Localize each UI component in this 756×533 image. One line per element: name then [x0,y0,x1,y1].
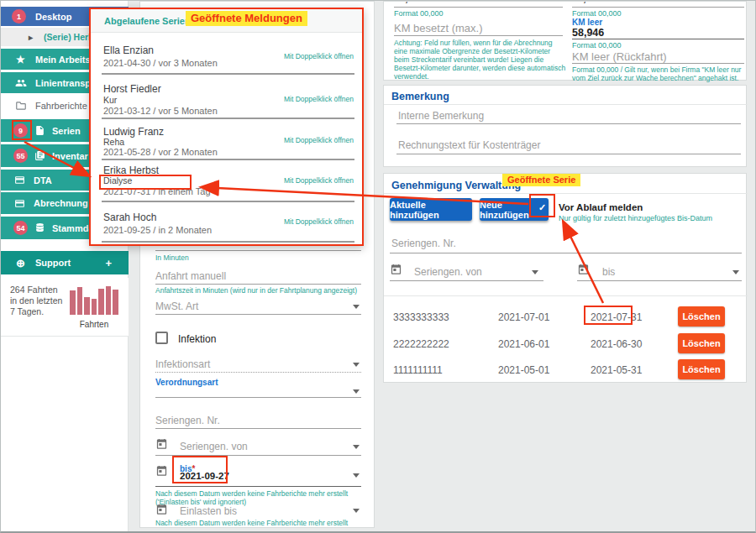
inventar-badge: 55 [13,149,28,163]
chevron-down-icon[interactable] [353,445,360,449]
open-link[interactable]: Mit Doppelklick öffnen [284,176,354,185]
infektion-label: Infektion [178,333,216,345]
chevron-down-icon[interactable] [353,473,360,478]
infektionsart-select[interactable]: Infektionsart [155,358,210,370]
gen-von-select[interactable]: Seriengen. von [414,266,482,278]
km-clipped-value[interactable]: 00,000 [572,2,740,6]
bis-cell: 2021-07-31 [591,311,642,323]
sidebar-item-label: DTA [34,175,52,186]
aktuelle-hinzufuegen-button[interactable]: Aktuelle hinzufügen [390,198,472,221]
app-window: 1 Desktop ▸ (Serie) Herbst Er ★ Mein Arb… [0,0,756,533]
trips-stats-widget: 264 Fahrten in den letzten 7 Tagen. Fahr… [1,278,129,337]
serien-nr-cell: 1111111111 [393,364,443,376]
payment-card-icon [13,197,26,210]
bar [98,289,104,315]
annotation-geoeffnete-serie: Geöffnete Serie [502,174,580,186]
von-cell: 2021-05-01 [498,364,549,376]
bis-cell: 2021-06-30 [591,338,642,350]
von-cell: 2021-06-01 [498,338,549,350]
format-hint: Format 00,000 [572,41,622,50]
open-link[interactable]: Mit Doppelklick öffnen [284,217,354,226]
chevron-down-icon[interactable] [353,363,360,367]
bar [113,290,118,315]
document-icon [34,124,46,137]
bemerkung-panel: Bemerkung Interne Bemerkung Rechnungstex… [383,85,747,167]
sidebar-item-label: Desktop [35,12,71,22]
vor-ablauf-hint: Nur gültig für zuletzt hinzugefügtes Bis… [559,214,712,222]
vor-ablauf-checkbox[interactable]: ✓ [536,201,549,214]
calendar-icon[interactable] [390,263,402,279]
km-besetzt-max-input[interactable]: KM besetzt (max.) [394,22,482,34]
annotation-geoeffnete-meldungen: Geöffnete Meldungen [186,11,307,26]
star-icon: ★ [14,53,27,65]
books-icon [34,149,46,162]
chevron-down-icon[interactable] [732,270,739,274]
von-cell: 2021-07-01 [498,311,549,323]
bar [106,286,112,315]
chevron-down-icon[interactable] [353,305,360,309]
anfahrt-input[interactable]: Anfahrt manuell [155,270,226,282]
calendar-icon[interactable] [155,503,168,519]
calendar-icon[interactable] [155,464,168,480]
sidebar-item-label: Inventar [52,151,88,161]
chevron-down-icon[interactable] [353,509,360,513]
interne-bemerkung-input[interactable]: Interne Bemerkung [398,110,484,122]
einlasten-bis-select[interactable]: Einlasten bis [180,505,237,517]
people-icon [14,76,27,89]
serien-nr-cell: 3333333333 [393,311,449,323]
format-hint: Format 00,000 [572,9,622,18]
open-link[interactable]: Mit Doppelklick öffnen [284,95,354,103]
rechnungstext-input[interactable]: Rechnungstext für Kostenträger [398,139,540,151]
chevron-down-icon[interactable] [532,270,538,274]
expired-series-popup: Abgelaufene Serien (9) Ella Enzian 2021-… [89,8,364,246]
serien-badge: 9 [13,123,28,138]
folder-icon [14,99,27,112]
seriengen-nr-input[interactable]: Seriengen. Nr. [155,415,220,426]
bar [77,287,83,315]
km-rueckfahrt-hint: Format 00,000 / Gilt nur, wenn bei Firma… [572,65,747,82]
bis-date-value[interactable]: 2021-09-27 [180,471,229,481]
einlasten-hint: Nach diesem Datum werden keine Fahrberic… [155,519,367,527]
loeschen-button[interactable]: Löschen [678,333,725,353]
genehmigung-panel: Genehmigung Verwaltung Aktuelle hinzufüg… [383,173,747,383]
mwst-select[interactable]: MwSt. Art [155,300,198,312]
support-icon: ⊕ [14,257,27,269]
plus-icon[interactable]: + [105,257,112,269]
play-triangle-icon: ▸ [24,31,37,44]
sidebar-item-label: Fahrberichte [35,101,87,111]
loeschen-button[interactable]: Löschen [678,306,725,327]
chevron-down-icon[interactable] [353,389,360,394]
serien-nr-cell: 2222222222 [393,338,449,350]
gen-seriengen-nr-input[interactable]: Seriengen. Nr. [391,238,456,249]
desktop-badge: 1 [12,9,26,24]
loeschen-button[interactable]: Löschen [678,359,725,379]
seriengen-von-select[interactable]: Seriengen. von [180,441,248,452]
km-leer-value[interactable]: 58,946 [572,27,604,39]
vor-ablauf-label: Vor Ablauf melden [559,202,643,212]
open-link[interactable]: Mit Doppelklick öffnen [284,136,354,144]
bar [84,297,90,315]
open-link[interactable]: Mit Doppelklick öffnen [284,52,354,60]
chart-label: Fahrten [70,320,118,329]
km-leer-label: KM leer [572,18,602,27]
infektion-checkbox[interactable] [155,332,168,344]
km-clipped-value[interactable]: 00,000 [394,2,562,6]
minutes-hint: In Minuten [155,253,189,262]
trips-bar-chart [70,286,118,315]
km-leer-rueckfahrt-input[interactable]: KM leer (Rückfahrt) [572,50,667,63]
format-hint: Format 00,000 [394,9,444,18]
payment-card-icon [13,174,26,186]
database-icon [34,222,46,234]
bis-hint: Nach diesem Datum werden keine Fahrberic… [155,489,367,506]
bar [70,290,76,315]
gen-bis-select[interactable]: bis [602,266,615,278]
bemerkung-title: Bemerkung [391,91,449,102]
trips-stats-text: 264 Fahrten in den letzten 7 Tagen. [10,285,66,317]
calendar-icon[interactable] [577,263,590,279]
sidebar-item-support[interactable]: ⊕ Support + [1,251,129,274]
bis-cell: 2021-05-31 [591,364,642,376]
bar [92,299,97,315]
calendar-icon[interactable] [155,437,168,453]
sidebar-item-label: Support [35,258,71,268]
verordnungsart-label: Verordnungsart [155,378,218,387]
